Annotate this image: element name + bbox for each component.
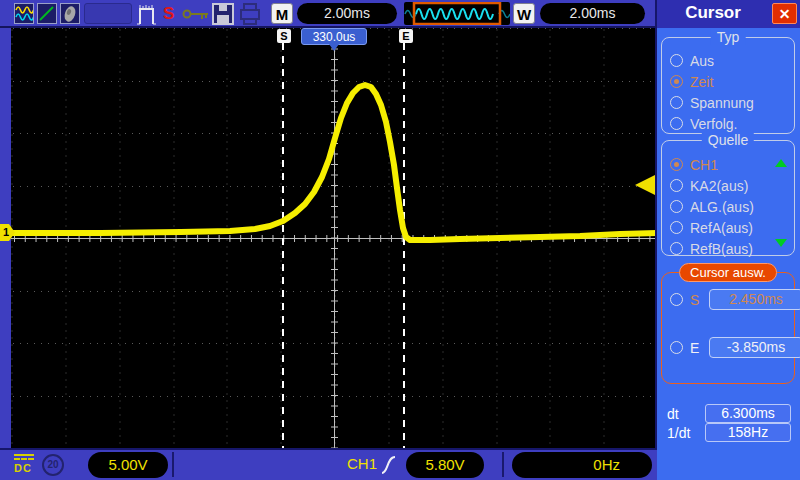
quelle-option-refa[interactable]: RefA(aus) bbox=[662, 217, 794, 238]
option-label: ALG.(aus) bbox=[690, 199, 754, 215]
cursor-select-group: Cursor ausw. S 2.450ms E -3.850ms bbox=[661, 272, 795, 384]
trigger-offset-tag: 330.0us bbox=[301, 28, 367, 45]
dt-readout: dt 6.300ms bbox=[667, 404, 791, 423]
stop-indicator: S bbox=[163, 3, 174, 24]
radio-icon bbox=[670, 341, 683, 354]
radio-icon bbox=[670, 221, 683, 234]
separator bbox=[502, 452, 504, 477]
cursor-s-label: S bbox=[690, 292, 702, 308]
cursor-e-tag[interactable]: E bbox=[399, 29, 413, 43]
trigger-source-label: CH1 bbox=[347, 455, 377, 472]
option-label: Spannung bbox=[690, 95, 754, 111]
cursor-menu-panel: Typ Aus Zeit Spannung Verfolg. Quelle bbox=[655, 28, 800, 480]
option-label: Verfolg. bbox=[690, 116, 737, 132]
typ-group: Typ Aus Zeit Spannung Verfolg. bbox=[661, 37, 795, 134]
oscilloscope-screen: S M 2.00ms bbox=[0, 0, 800, 480]
trigger-level-arrow[interactable] bbox=[635, 174, 657, 196]
coupling-label: DC bbox=[14, 462, 38, 474]
radio-icon bbox=[670, 96, 683, 109]
ch1-volts-per-div: 5.00V bbox=[88, 452, 168, 478]
radio-icon bbox=[670, 179, 683, 192]
radio-icon bbox=[670, 242, 683, 255]
hardcopy-icon bbox=[60, 3, 80, 24]
cursor-s-row[interactable]: S 2.450ms bbox=[670, 289, 800, 310]
cursor-e-value: -3.850ms bbox=[709, 337, 800, 358]
inv-dt-label: 1/dt bbox=[667, 425, 699, 441]
inv-dt-value: 158Hz bbox=[705, 423, 791, 442]
print-icon[interactable] bbox=[238, 2, 262, 30]
typ-option-aus[interactable]: Aus bbox=[662, 50, 794, 71]
quelle-group-title: Quelle bbox=[702, 132, 754, 148]
radio-icon bbox=[670, 54, 683, 67]
radio-icon bbox=[670, 117, 683, 130]
line-icon bbox=[37, 3, 57, 24]
cursor-select-title: Cursor ausw. bbox=[679, 263, 777, 282]
main-timebase-value: 2.00ms bbox=[297, 3, 397, 24]
cursor-s-tag[interactable]: S bbox=[277, 29, 291, 43]
radio-icon bbox=[670, 293, 683, 306]
typ-group-title: Typ bbox=[711, 29, 746, 45]
bandwidth-limit-icon: 20 bbox=[42, 454, 64, 476]
typ-option-verfolg[interactable]: Verfolg. bbox=[662, 113, 794, 134]
cursor-s-value: 2.450ms bbox=[709, 289, 800, 310]
option-label: RefB(aus) bbox=[690, 241, 753, 257]
cursor-e-row[interactable]: E -3.850ms bbox=[670, 337, 800, 358]
trigger-level-value: 5.80V bbox=[406, 452, 484, 478]
scroll-down-icon[interactable] bbox=[775, 239, 787, 247]
separator bbox=[172, 452, 174, 477]
status-bar: DC 20 5.00V CH1 5.80V 0Hz bbox=[0, 448, 657, 480]
option-label: CH1 bbox=[690, 157, 718, 173]
pulse-icon bbox=[137, 2, 157, 30]
frequency-readout: 0Hz bbox=[512, 452, 652, 478]
quelle-group: Quelle CH1 KA2(aus) ALG.(aus) RefA(aus) … bbox=[661, 140, 795, 256]
option-label: KA2(aus) bbox=[690, 178, 748, 194]
main-timebase-label: M bbox=[271, 3, 293, 24]
rising-edge-icon bbox=[379, 452, 399, 480]
channel-waves-icon bbox=[14, 3, 34, 24]
typ-option-spannung[interactable]: Spannung bbox=[662, 92, 794, 113]
quelle-option-ka2[interactable]: KA2(aus) bbox=[662, 175, 794, 196]
inv-dt-readout: 1/dt 158Hz bbox=[667, 423, 791, 442]
waveform-display bbox=[11, 28, 657, 448]
key-icon bbox=[182, 7, 210, 25]
close-icon[interactable]: ✕ bbox=[772, 3, 797, 24]
cursor-e-label: E bbox=[690, 340, 702, 356]
option-label: Zeit bbox=[690, 74, 713, 90]
window-zoom-widget[interactable] bbox=[404, 2, 510, 25]
panel-title: Cursor bbox=[657, 3, 769, 23]
top-toolbar: S M 2.00ms bbox=[0, 0, 657, 28]
window-timebase-value: 2.00ms bbox=[540, 3, 645, 24]
empty-slot bbox=[84, 3, 132, 24]
radio-icon bbox=[670, 75, 683, 88]
option-label: Aus bbox=[690, 53, 714, 69]
scroll-up-icon[interactable] bbox=[775, 159, 787, 167]
dt-value: 6.300ms bbox=[705, 404, 791, 423]
window-timebase-label: W bbox=[513, 3, 535, 24]
panel-header: Cursor ✕ bbox=[655, 0, 800, 28]
dc-coupling-icon: DC bbox=[14, 453, 38, 474]
option-label: RefA(aus) bbox=[690, 220, 753, 236]
dt-label: dt bbox=[667, 406, 699, 422]
quelle-option-alg[interactable]: ALG.(aus) bbox=[662, 196, 794, 217]
typ-option-zeit[interactable]: Zeit bbox=[662, 71, 794, 92]
radio-icon bbox=[670, 158, 683, 171]
save-icon[interactable] bbox=[211, 2, 235, 30]
radio-icon bbox=[670, 200, 683, 213]
